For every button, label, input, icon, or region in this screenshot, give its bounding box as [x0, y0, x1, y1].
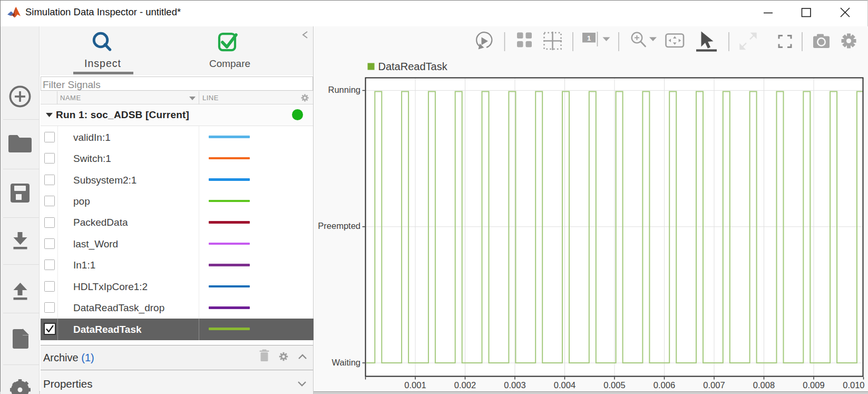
svg-text:0.005: 0.005 [603, 380, 625, 390]
svg-text:1: 1 [587, 34, 591, 42]
svg-text:Running: Running [328, 85, 360, 94]
svg-text:0.003: 0.003 [504, 380, 525, 390]
svg-text:0.009: 0.009 [803, 380, 824, 390]
svg-text:0.002: 0.002 [454, 380, 476, 390]
svg-text:0.006: 0.006 [654, 380, 675, 390]
svg-text:0.001: 0.001 [404, 380, 426, 390]
svg-text:DataReadTask: DataReadTask [378, 61, 448, 72]
svg-text:Preempted: Preempted [318, 221, 360, 230]
svg-text:0.010: 0.010 [843, 380, 864, 390]
svg-text:0.007: 0.007 [703, 380, 725, 390]
svg-text:0.004: 0.004 [554, 380, 576, 390]
svg-text:0.008: 0.008 [753, 380, 775, 390]
svg-text:Waiting: Waiting [332, 358, 360, 367]
